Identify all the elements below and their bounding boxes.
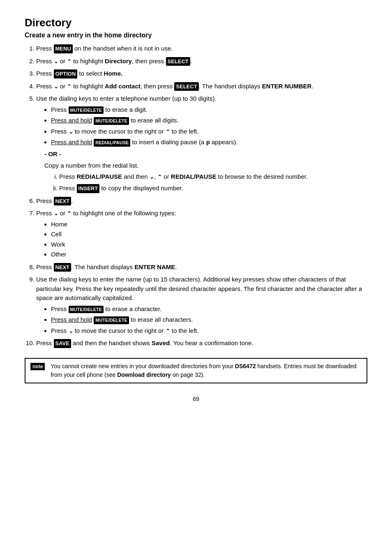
mute-delete-key-9-1: MUTE/DELETE — [69, 306, 104, 314]
redial-pause-bold-1: REDIAL/PAUSE — [77, 173, 122, 180]
step-8-text: Press NEXT. The handset displays ENTER N… — [36, 263, 177, 270]
redial-pause-key-1: REDIAL/PAUSE — [94, 139, 130, 147]
type-home: Home — [51, 220, 367, 229]
step-10: Press SAVE and then the handset shows Sa… — [36, 339, 367, 348]
chevron-up-icon: ⌃ — [67, 58, 71, 66]
step-9-intro: Use the dialing keys to enter the name (… — [36, 276, 362, 301]
sub-step-ii: Press INSERT to copy the displayed numbe… — [59, 184, 367, 193]
step-1-text: Press MENU on the handset when it is not… — [36, 45, 173, 52]
chevron-up-i: ⌃ — [157, 173, 162, 181]
chevron-down-7: ⌄ — [54, 210, 58, 218]
type-cell: Cell — [51, 230, 367, 239]
ds6472-label: DS6472 — [235, 363, 256, 369]
step-7-text: Press ⌄ or ⌃ to highlight one of the fol… — [36, 210, 176, 217]
page-subtitle: Create a new entry in the home directory — [25, 32, 367, 39]
chevron-down-5: ⌄ — [69, 128, 73, 136]
step-2-text: Press ⌄ or ⌃ to highlight Directory, the… — [36, 58, 192, 65]
home-label: Home. — [104, 70, 123, 77]
press-hold-label-9-2: Press and hold — [51, 316, 92, 323]
select-key-badge: SELECT — [166, 57, 190, 66]
next-key-badge-6: NEXT — [54, 197, 71, 206]
step-5-bullets: Press MUTE/DELETE to erase a digit. Pres… — [36, 105, 367, 147]
step-8: Press NEXT. The handset displays ENTER N… — [36, 263, 367, 272]
note-text: You cannot create new entries in your do… — [51, 362, 362, 379]
add-contact-label: Add contact — [105, 83, 141, 90]
chevron-up-7: ⌃ — [67, 210, 71, 218]
chevron-down-9: ⌄ — [69, 327, 73, 335]
note-label: note — [30, 363, 45, 370]
p-letter: p — [206, 138, 210, 145]
bullet-5-3: Press ⌄ to move the cursor to the right … — [51, 127, 367, 136]
note-box: note You cannot create new entries in yo… — [25, 358, 367, 383]
bullet-5-1: Press MUTE/DELETE to erase a digit. — [51, 105, 367, 115]
save-key-badge: SAVE — [54, 339, 71, 348]
mute-delete-key-9-2: MUTE/DELETE — [94, 316, 129, 324]
menu-key-badge: MENU — [54, 44, 73, 53]
chevron-down-icon-4: ⌄ — [54, 83, 58, 91]
step-4: Press ⌄ or ⌃ to highlight Add contact, t… — [36, 82, 367, 91]
sub-steps-list: Press REDIAL/PAUSE and then ⌄, ⌃ or REDI… — [36, 172, 367, 193]
type-list: Home Cell Work Other — [36, 220, 367, 259]
chevron-down-i: ⌄ — [150, 173, 154, 181]
type-other: Other — [51, 250, 367, 259]
step-5-intro: Use the dialing keys to enter a telephon… — [36, 95, 217, 102]
chevron-down-icon: ⌄ — [54, 58, 58, 66]
download-directory-label: Download directory — [117, 371, 171, 378]
step-1: Press MENU on the handset when it is not… — [36, 44, 367, 53]
sub-step-i: Press REDIAL/PAUSE and then ⌄, ⌃ or REDI… — [59, 172, 367, 182]
saved-label: Saved — [152, 339, 170, 346]
bullet-9-1: Press MUTE/DELETE to erase a character. — [51, 304, 367, 314]
bullet-5-4: Press and hold REDIAL/PAUSE to insert a … — [51, 138, 367, 147]
step-3-text: Press OPTION to select Home. — [36, 70, 122, 77]
press-hold-label-1: Press and hold — [51, 117, 92, 124]
step-3: Press OPTION to select Home. — [36, 69, 367, 78]
next-key-badge-8: NEXT — [54, 263, 71, 272]
step-7: Press ⌄ or ⌃ to highlight one of the fol… — [36, 209, 367, 259]
chevron-up-icon-4: ⌃ — [67, 83, 71, 91]
step-6: Press NEXT. — [36, 196, 367, 206]
redial-pause-bold-2: REDIAL/PAUSE — [171, 173, 217, 180]
chevron-up-9: ⌃ — [166, 327, 170, 335]
mute-delete-key-1: MUTE/DELETE — [69, 106, 104, 114]
bullet-9-3: Press ⌄ to move the cursor to the right … — [51, 326, 367, 336]
step-6-text: Press NEXT. — [36, 197, 73, 204]
page-number: 69 — [25, 396, 367, 402]
insert-key-badge: INSERT — [77, 184, 100, 193]
type-work: Work — [51, 240, 367, 249]
bullet-9-2: Press and hold MUTE/DELETE to erase all … — [51, 315, 367, 325]
copy-number-text: Copy a number from the redial list. — [44, 161, 367, 171]
step-10-text: Press SAVE and then the handset shows Sa… — [36, 339, 254, 346]
directory-label: Directory — [105, 58, 132, 65]
chevron-up-5: ⌃ — [166, 128, 170, 136]
step-9: Use the dialing keys to enter the name (… — [36, 275, 367, 335]
step-4-text: Press ⌄ or ⌃ to highlight Add contact, t… — [36, 83, 314, 90]
step-5: Use the dialing keys to enter a telephon… — [36, 94, 367, 193]
bullet-5-2: Press and hold MUTE/DELETE to erase all … — [51, 116, 367, 125]
page-title: Directory — [25, 16, 367, 29]
press-hold-label-2: Press and hold — [51, 138, 92, 145]
or-divider: - OR - — [36, 150, 367, 159]
main-steps-list: Press MENU on the handset when it is not… — [25, 44, 367, 348]
select-key-badge-4: SELECT — [174, 82, 198, 91]
enter-name-label: ENTER NAME — [134, 263, 175, 270]
option-key-badge: OPTION — [54, 69, 78, 78]
step-2: Press ⌄ or ⌃ to highlight Directory, the… — [36, 57, 367, 66]
step-9-bullets: Press MUTE/DELETE to erase a character. … — [36, 304, 367, 336]
mute-delete-key-2: MUTE/DELETE — [94, 117, 129, 125]
enter-number-label: ENTER NUMBER — [262, 83, 312, 90]
